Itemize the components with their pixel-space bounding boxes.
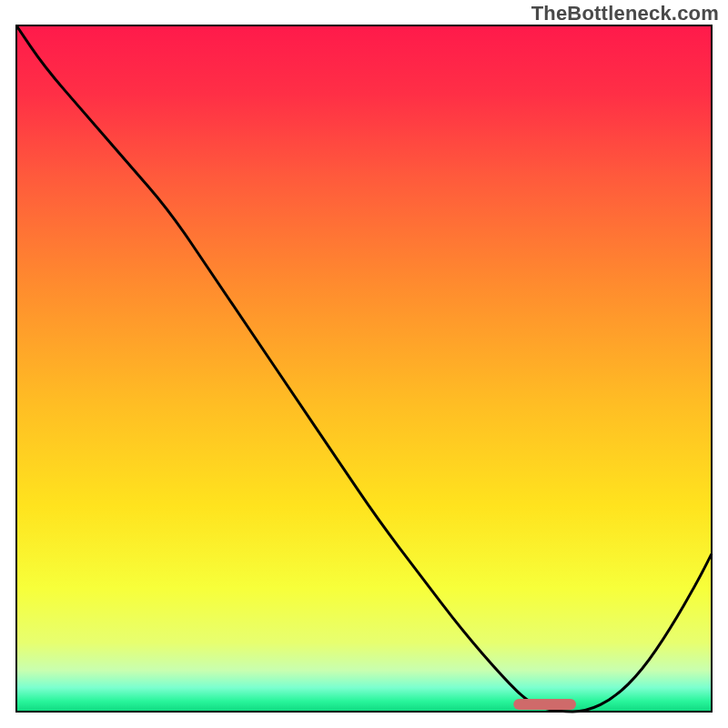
chart-container: TheBottleneck.com: [0, 0, 728, 728]
bottleneck-chart: [0, 0, 728, 728]
plot-background: [16, 25, 712, 712]
ideal-marker: [513, 699, 576, 710]
